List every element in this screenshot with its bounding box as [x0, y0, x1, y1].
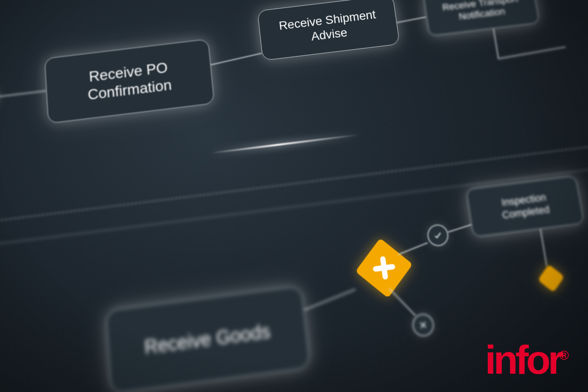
flow-node-receive-shipment[interactable]: Receive Shipment Advise [257, 0, 400, 61]
check-icon [432, 230, 443, 241]
highlight-streak-icon [210, 134, 360, 154]
connector [397, 17, 426, 23]
connector [211, 53, 262, 65]
plus-icon [370, 253, 399, 283]
flow-node-receive-goods[interactable]: Receive Goods [105, 286, 311, 392]
gateway-parallel[interactable] [355, 238, 413, 298]
flow-node-inspection-completed[interactable]: Inspection Completed [466, 176, 584, 237]
brand-logo: infor® [485, 340, 566, 380]
node-label-line: Receive Goods [144, 320, 271, 358]
cross-icon [417, 319, 429, 331]
connector [0, 91, 46, 97]
event-check-icon [426, 223, 449, 247]
gateway-small[interactable] [538, 264, 564, 293]
node-label-line: Advise [311, 26, 348, 43]
trademark-icon: ® [559, 348, 566, 362]
flow-node-receive-po[interactable]: Receive PO Confirmation [44, 39, 215, 124]
connector [304, 289, 355, 310]
event-cross-icon [411, 313, 435, 338]
connector [398, 242, 428, 255]
brand-name: infor [485, 338, 561, 382]
connector [540, 229, 547, 267]
flow-node-receive-transport[interactable]: Receive Transport Notification [423, 0, 540, 36]
process-canvas: Receive PO Confirmation Receive Shipment… [0, 0, 588, 392]
connector [448, 224, 473, 233]
connector [389, 288, 416, 316]
connector [498, 47, 565, 59]
connector [493, 28, 499, 58]
